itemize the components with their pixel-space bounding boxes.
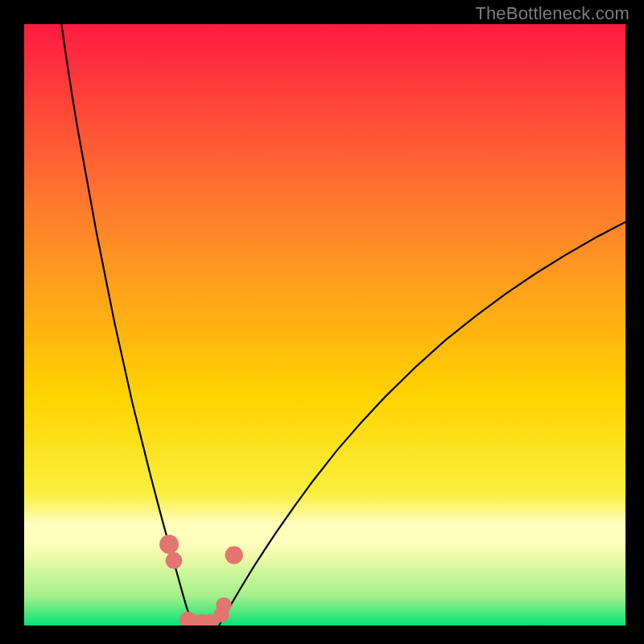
data-marker [166, 552, 183, 569]
plot-area [24, 24, 625, 625]
data-marker [216, 597, 231, 613]
data-marker [225, 546, 242, 564]
chart-frame: TheBottleneck.com [0, 0, 644, 644]
data-marker [159, 535, 179, 554]
watermark-text: TheBottleneck.com [475, 3, 630, 24]
chart-svg [24, 24, 625, 625]
